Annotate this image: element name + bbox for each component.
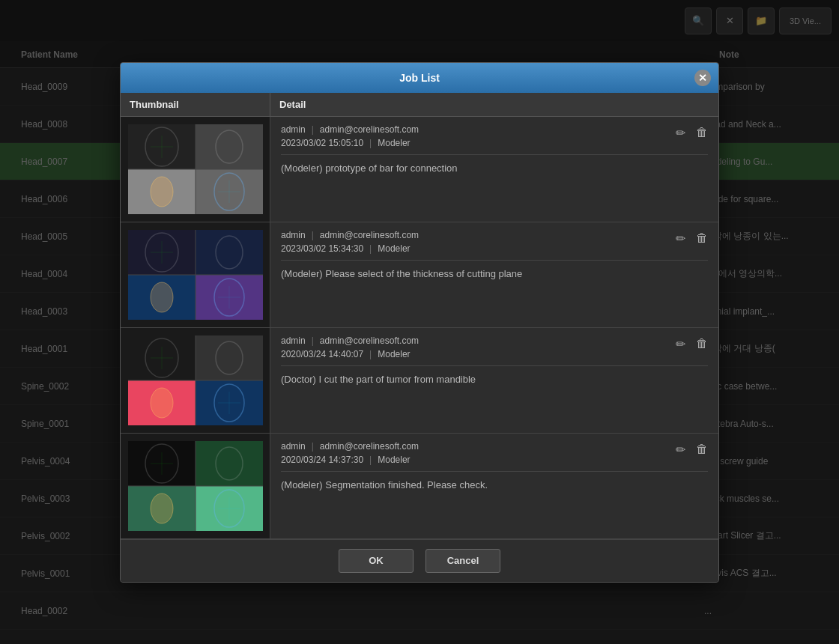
job-meta: admin | admin@corelinesoft.com xyxy=(281,335,708,346)
job-user: admin xyxy=(281,124,306,135)
job-row: admin | admin@corelinesoft.com 2020/03/2… xyxy=(121,328,718,434)
delete-icon[interactable]: 🗑 xyxy=(694,335,709,353)
edit-icon[interactable]: ✏ xyxy=(674,124,687,142)
job-datetime: 2023/03/02 15:34:30 xyxy=(281,243,363,254)
modal-content: Thumbnail Detail admin | xyxy=(121,93,718,539)
job-detail: admin | admin@corelinesoft.com 2023/03/0… xyxy=(270,222,718,327)
job-thumbnail xyxy=(121,434,270,538)
job-role: Modeler xyxy=(378,243,410,254)
modal-header: Job List ✕ xyxy=(121,63,718,93)
job-list-modal: Job List ✕ Thumbnail Detail xyxy=(120,62,719,583)
job-actions: ✏ 🗑 xyxy=(674,441,709,458)
job-detail: admin | admin@corelinesoft.com 2020/03/2… xyxy=(270,328,718,433)
job-meta-sep: | xyxy=(312,335,314,346)
job-datetime-meta: 2023/03/02 15:34:30 | Modeler xyxy=(281,243,708,254)
ok-button[interactable]: OK xyxy=(339,549,414,573)
svg-rect-29 xyxy=(196,335,263,380)
job-datetime: 2020/03/24 14:40:07 xyxy=(281,349,363,359)
job-row: admin | admin@corelinesoft.com 2020/03/2… xyxy=(121,434,718,539)
job-thumbnail xyxy=(121,222,270,327)
edit-icon[interactable]: ✏ xyxy=(674,441,687,458)
job-email: admin@corelinesoft.com xyxy=(320,230,419,240)
modal-col-detail: Detail xyxy=(270,93,718,116)
job-actions: ✏ 🗑 xyxy=(674,124,709,142)
job-message: (Doctor) I cut the part of tumor from ma… xyxy=(281,372,708,385)
svg-rect-1 xyxy=(196,124,263,169)
svg-rect-43 xyxy=(196,441,263,486)
svg-point-20 xyxy=(151,282,173,312)
modal-col-headers: Thumbnail Detail xyxy=(121,93,718,117)
job-datetime-meta: 2020/03/24 14:37:30 | Modeler xyxy=(281,455,708,465)
job-user: admin xyxy=(281,441,306,452)
job-email: admin@corelinesoft.com xyxy=(320,335,419,346)
job-meta-sep: | xyxy=(312,124,314,135)
job-datetime-meta: 2020/03/24 14:40:07 | Modeler xyxy=(281,349,708,359)
job-datetime-sep: | xyxy=(369,138,372,148)
job-separator xyxy=(281,154,708,155)
modal-close-icon: ✕ xyxy=(698,72,707,84)
job-separator xyxy=(281,471,708,472)
modal-footer: OK Cancel xyxy=(121,539,718,582)
modal-close-button[interactable]: ✕ xyxy=(694,70,711,86)
job-thumbnail xyxy=(121,328,270,433)
job-meta: admin | admin@corelinesoft.com xyxy=(281,230,708,240)
delete-icon[interactable]: 🗑 xyxy=(694,124,709,142)
job-role: Modeler xyxy=(378,455,410,465)
delete-icon[interactable]: 🗑 xyxy=(694,230,709,247)
modal-overlay: Job List ✕ Thumbnail Detail xyxy=(0,0,839,644)
modal-col-thumbnail: Thumbnail xyxy=(121,93,270,116)
job-datetime-sep: | xyxy=(369,243,372,254)
modal-title: Job List xyxy=(399,72,440,84)
job-row: admin | admin@corelinesoft.com 2023/03/0… xyxy=(121,222,718,328)
edit-icon[interactable]: ✏ xyxy=(674,230,687,247)
job-user: admin xyxy=(281,230,306,240)
job-email: admin@corelinesoft.com xyxy=(320,441,419,452)
job-role: Modeler xyxy=(378,138,410,148)
job-thumbnail xyxy=(121,117,270,222)
job-meta: admin | admin@corelinesoft.com xyxy=(281,441,708,452)
job-separator xyxy=(281,260,708,261)
job-actions: ✏ 🗑 xyxy=(674,230,709,247)
job-datetime-meta: 2023/03/02 15:05:10 | Modeler xyxy=(281,138,708,148)
cancel-button[interactable]: Cancel xyxy=(425,549,500,573)
job-role: Modeler xyxy=(378,349,410,359)
modal-scroll-area[interactable]: admin | admin@corelinesoft.com 2023/03/0… xyxy=(121,117,718,539)
job-message: (Modeler) Segmentation finished. Please … xyxy=(281,478,708,490)
job-meta-sep: | xyxy=(312,230,314,240)
job-actions: ✏ 🗑 xyxy=(674,335,709,353)
job-separator xyxy=(281,365,708,366)
svg-rect-15 xyxy=(196,230,263,275)
job-datetime-sep: | xyxy=(369,349,372,359)
job-detail: admin | admin@corelinesoft.com 2020/03/2… xyxy=(270,434,718,538)
delete-icon[interactable]: 🗑 xyxy=(694,441,709,458)
job-meta: admin | admin@corelinesoft.com xyxy=(281,124,708,135)
job-message: (Modeler) Please select of the thickness… xyxy=(281,267,708,279)
job-datetime-sep: | xyxy=(369,455,372,465)
job-email: admin@corelinesoft.com xyxy=(320,124,419,135)
job-user: admin xyxy=(281,335,306,346)
job-message: (Modeler) prototype of bar for connectio… xyxy=(281,161,708,174)
edit-icon[interactable]: ✏ xyxy=(674,335,687,353)
job-row: admin | admin@corelinesoft.com 2023/03/0… xyxy=(121,117,718,222)
job-datetime: 2023/03/02 15:05:10 xyxy=(281,138,363,148)
svg-point-6 xyxy=(151,177,173,207)
svg-point-34 xyxy=(151,388,173,418)
job-detail: admin | admin@corelinesoft.com 2023/03/0… xyxy=(270,117,718,222)
job-meta-sep: | xyxy=(312,441,314,452)
svg-point-48 xyxy=(151,493,173,523)
job-datetime: 2020/03/24 14:37:30 xyxy=(281,455,363,465)
